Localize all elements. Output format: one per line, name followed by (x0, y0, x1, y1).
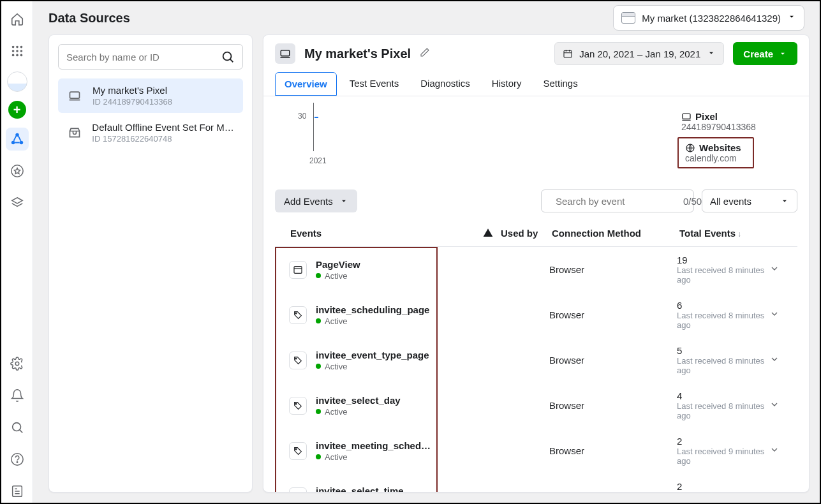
home-icon[interactable] (6, 8, 29, 31)
event-filter-label: All events (710, 196, 751, 207)
create-button-label: Create (743, 48, 773, 59)
expand-row-button[interactable] (769, 445, 795, 457)
events-rows: PageViewActiveBrowser19Last received 8 m… (275, 247, 797, 492)
data-source-item[interactable]: My market's PixelID 244189790413368 (58, 78, 243, 113)
svg-point-2 (20, 46, 22, 48)
event-row[interactable]: invitee_scheduling_pageActiveBrowser6Las… (275, 292, 797, 337)
detail-panel: My market's Pixel Jan 20, 2021 – Jan 19,… (263, 34, 810, 493)
bell-icon[interactable] (6, 384, 29, 407)
event-name: invitee_scheduling_page (316, 304, 429, 315)
event-total: 19 (677, 255, 769, 265)
svg-rect-19 (70, 92, 80, 98)
event-total: 2 (677, 481, 769, 492)
search-icon (221, 50, 235, 64)
event-row[interactable]: invitee_meeting_sched…ActiveBrowser2Last… (275, 428, 797, 473)
data-source-id: ID 157281622640748 (92, 134, 235, 144)
globe-icon (685, 143, 695, 153)
svg-rect-21 (564, 50, 572, 57)
tab-diagnostics[interactable]: Diagnostics (411, 72, 479, 96)
event-row[interactable]: invitee_select_timeActiveBrowser2Last re… (275, 473, 797, 492)
data-source-id: ID 244189790413368 (92, 97, 172, 107)
create-button[interactable]: Create (733, 42, 797, 65)
tag-icon (289, 487, 307, 493)
star-icon[interactable] (6, 159, 29, 182)
panel-title: My market's Pixel (304, 47, 411, 61)
event-status: Active (316, 271, 360, 281)
account-picker[interactable]: My market (1323822864641329) (613, 5, 804, 31)
expand-row-button[interactable] (769, 399, 795, 412)
integrations-icon[interactable] (6, 128, 29, 151)
svg-point-6 (11, 54, 14, 57)
edit-icon[interactable] (420, 47, 430, 60)
layers-icon[interactable] (6, 191, 29, 214)
event-name: invitee_select_time (316, 485, 404, 493)
chart-x-tick: 2021 (309, 156, 327, 165)
svg-point-28 (295, 403, 297, 404)
svg-point-1 (16, 46, 18, 48)
events-chart: 30 2021 (275, 100, 670, 170)
left-nav-rail: + (1, 1, 33, 503)
svg-point-8 (20, 54, 22, 57)
store-icon (66, 124, 83, 142)
svg-point-14 (12, 423, 20, 431)
event-status: Active (316, 316, 429, 326)
svg-rect-22 (683, 114, 690, 119)
laptop-icon (681, 112, 692, 122)
event-status: Active (316, 362, 429, 371)
events-table-header: Events Used by Connection Method Total E… (275, 221, 797, 247)
event-connection: Browser (549, 264, 677, 275)
header-total[interactable]: Total Events↓ (679, 228, 769, 240)
events-table: Events Used by Connection Method Total E… (275, 221, 797, 492)
account-avatar-icon[interactable] (7, 71, 27, 92)
header-events: Events (277, 228, 475, 240)
websites-box: Websites calendly.com (677, 137, 754, 168)
event-row[interactable]: invitee_event_type_pageActiveBrowser5Las… (275, 337, 797, 383)
calendar-icon (563, 48, 573, 59)
chevron-down-icon (778, 49, 787, 58)
tab-history[interactable]: History (483, 72, 531, 96)
event-filter-select[interactable]: All events (702, 189, 797, 212)
event-search[interactable]: 0/50 (541, 189, 694, 212)
event-last-received: Last received 8 minutes ago (677, 401, 769, 420)
help-icon[interactable] (6, 448, 29, 471)
data-source-search[interactable] (58, 44, 243, 70)
svg-point-15 (11, 454, 22, 465)
add-events-button[interactable]: Add Events (275, 189, 357, 212)
svg-rect-20 (281, 50, 290, 56)
event-name: invitee_meeting_sched… (316, 440, 431, 451)
tab-settings[interactable]: Settings (534, 72, 586, 96)
data-source-list: My market's PixelID 244189790413368Defau… (58, 78, 243, 150)
event-connection: Browser (549, 309, 677, 320)
date-range-picker[interactable]: Jan 20, 2021 – Jan 19, 2021 (554, 42, 724, 65)
expand-row-button[interactable] (769, 309, 795, 322)
data-source-item[interactable]: Default Offline Event Set For My mar…ID … (58, 115, 243, 150)
chevron-down-icon (787, 12, 796, 24)
tab-test-events[interactable]: Test Events (341, 72, 408, 96)
add-button-icon[interactable]: + (8, 101, 26, 119)
expand-row-button[interactable] (769, 354, 795, 367)
websites-label: Websites (699, 142, 741, 153)
event-total: 4 (677, 390, 769, 401)
header-connection: Connection Method (552, 228, 679, 240)
date-range-label: Jan 20, 2021 – Jan 19, 2021 (579, 48, 700, 59)
report-icon[interactable] (6, 480, 29, 503)
svg-point-11 (19, 141, 22, 145)
info-last-received (681, 98, 791, 107)
event-status: Active (316, 452, 431, 462)
event-row[interactable]: PageViewActiveBrowser19Last received 8 m… (275, 247, 797, 292)
expand-row-button[interactable] (769, 263, 795, 276)
tab-overview[interactable]: Overview (275, 72, 337, 96)
svg-point-13 (15, 362, 19, 366)
search-input[interactable] (66, 52, 216, 63)
event-last-received: Last received 8 minutes ago (677, 356, 769, 375)
browser-window-icon (621, 12, 635, 24)
pixel-label: Pixel (695, 111, 718, 122)
gear-icon[interactable] (6, 352, 29, 375)
event-name: invitee_event_type_page (316, 350, 429, 360)
event-search-input[interactable] (556, 196, 677, 207)
event-connection: Browser (549, 491, 677, 492)
search-icon[interactable] (6, 416, 29, 439)
apps-grid-icon[interactable] (6, 40, 29, 63)
expand-row-button[interactable] (769, 490, 795, 493)
event-row[interactable]: invitee_select_dayActiveBrowser4Last rec… (275, 383, 797, 428)
